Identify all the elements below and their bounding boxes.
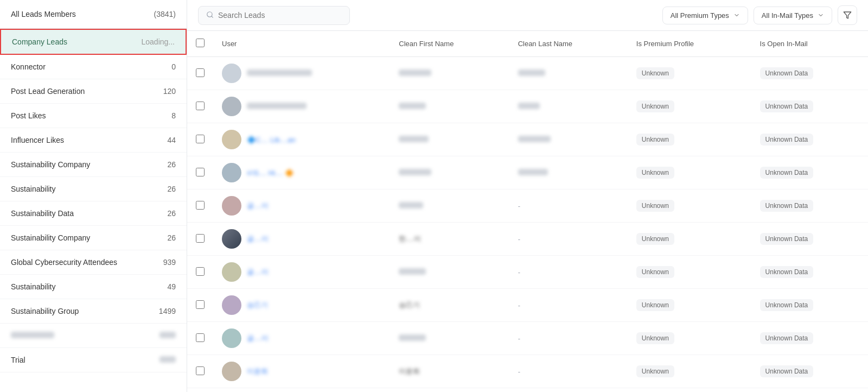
sidebar-item-global-cybersecurity[interactable]: Global Cybersecurity Attendees939 [0,250,187,275]
table-row: 이윤희이윤희-UnknownUnknown Data [187,355,868,388]
sidebar-item-count: 0 [171,62,176,71]
avatar [222,295,241,315]
table-row: UnknownUnknown Data [187,90,868,123]
sidebar-item-sustainability-2[interactable]: Sustainability49 [0,275,187,299]
table-row: 🔷C.... Lib....anUnknownUnknown Data [187,123,868,156]
clean-first-name [390,322,509,355]
search-container[interactable] [198,6,350,25]
row-checkbox[interactable] [196,333,205,342]
table-row: 글....이-UnknownUnknown Data [187,189,868,223]
sidebar-item-label: Influencer Likes [11,136,64,144]
user-name [247,69,312,78]
user-name[interactable]: 승己기 [247,300,268,310]
row-checkbox[interactable] [196,267,205,276]
search-input[interactable] [218,11,342,20]
sidebar-item-count: 49 [167,282,176,291]
row-checkbox[interactable] [196,366,205,375]
row-checkbox[interactable] [196,234,205,243]
is-open-inmail: Unknown Data [751,223,868,256]
sidebar-item-label: Sustainability Data [11,209,74,218]
sidebar-item-label: Post Likes [11,111,46,120]
table-row: 글....이한....이-UnknownUnknown Data [187,223,868,256]
user-cell: 이윤희 [222,362,381,381]
topbar-right: All Premium Types All In-Mail Types [662,5,857,25]
filter-button[interactable] [838,5,857,25]
is-premium-profile: Unknown [628,189,751,223]
avatar [222,362,241,381]
sidebar-item-label: Global Cybersecurity Attendees [11,258,117,267]
sidebar-item-konnector[interactable]: Konnector0 [0,55,187,79]
user-name[interactable]: 이윤희 [247,366,268,376]
clean-first-name: 이윤희 [390,355,509,388]
sidebar-item-post-likes[interactable]: Post Likes8 [0,104,187,128]
sidebar-item-sustainability-1[interactable]: Sustainability26 [0,177,187,201]
is-open-inmail: Unknown Data [751,355,868,388]
sidebar-item-influencer-likes[interactable]: Influencer Likes44 [0,128,187,153]
sidebar-item-label: Sustainability Company [11,160,90,169]
avatar [222,97,241,116]
user-name[interactable]: 🔷C.... Lib....an [247,136,296,144]
sidebar: All Leads Members (3841) Company Leads L… [0,0,187,392]
row-checkbox[interactable] [196,68,205,77]
premium-types-dropdown[interactable]: All Premium Types [662,7,748,24]
user-cell: 글....이 [222,328,381,348]
sidebar-item-count [159,331,176,340]
is-premium-profile: Unknown [628,289,751,322]
row-checkbox[interactable] [196,201,205,210]
col-first-name: Clean First Name [390,31,509,57]
is-open-inmail: Unknown Data [751,189,868,223]
clean-last-name [509,156,628,189]
clean-first-name [390,90,509,123]
clean-last-name: - [509,322,628,355]
inmail-types-dropdown[interactable]: All In-Mail Types [754,7,832,24]
sidebar-item-label: Sustainability [11,185,56,193]
clean-last-name: - [509,355,628,388]
sidebar-item-trial[interactable]: Trial [0,348,187,372]
is-premium-profile: Unknown [628,223,751,256]
user-cell: 글....이 [222,196,381,216]
col-inmail: Is Open In-Mail [751,31,868,57]
is-premium-profile: Unknown [628,90,751,123]
sidebar-item-sustainability-company-2[interactable]: Sustainability Company26 [0,226,187,250]
user-name[interactable]: 🏷S.... Hi.... 🔶 [247,169,293,177]
clean-first-name [390,156,509,189]
select-all-checkbox[interactable] [196,39,205,47]
user-name[interactable]: 글....이 [247,201,269,211]
sidebar-item-sustainability-company-1[interactable]: Sustainability Company26 [0,153,187,177]
clean-last-name [509,90,628,123]
clean-last-name [509,123,628,156]
clean-first-name [390,123,509,156]
is-open-inmail: Unknown Data [751,156,868,189]
sidebar-item-count: 120 [163,87,176,96]
sidebar-item-label [11,331,54,340]
sidebar-item-count: 1499 [159,307,176,315]
row-checkbox[interactable] [196,168,205,176]
user-cell: 글....이 [222,262,381,282]
clean-first-name: 한....이 [390,223,509,256]
user-cell [222,64,381,83]
sidebar-item-company-leads[interactable]: Company Leads Loading... [0,29,187,55]
is-premium-profile: Unknown [628,123,751,156]
row-checkbox[interactable] [196,102,205,110]
sidebar-item-count [159,356,176,364]
sidebar-item-count: 26 [167,209,176,218]
user-name[interactable]: 글....이 [247,333,269,343]
user-cell: 승己기 [222,295,381,315]
col-user: User [213,31,390,57]
sidebar-item-label: Sustainability Group [11,307,79,315]
sidebar-item-sustainability-group[interactable]: Sustainability Group1499 [0,299,187,324]
avatar [222,262,241,282]
table-container: User Clean First Name Clean Last Name Is… [187,31,868,392]
user-name[interactable]: 글....이 [247,234,269,244]
company-leads-name: Company Leads [12,37,67,46]
sidebar-item-blurred-1[interactable] [0,324,187,348]
row-checkbox[interactable] [196,300,205,309]
sidebar-item-count: 26 [167,160,176,169]
clean-last-name: - [509,223,628,256]
is-premium-profile: Unknown [628,355,751,388]
user-name[interactable]: 글....이 [247,267,269,277]
sidebar-item-post-lead-gen[interactable]: Post Lead Generation120 [0,79,187,104]
clean-last-name [509,57,628,90]
sidebar-item-sustainability-data[interactable]: Sustainability Data26 [0,201,187,226]
row-checkbox[interactable] [196,135,205,143]
